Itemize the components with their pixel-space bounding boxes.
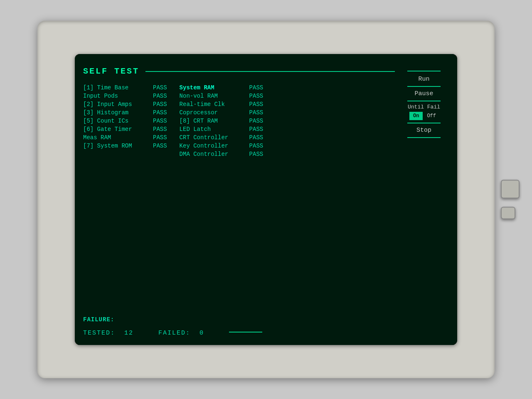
- test-row: DMA Controller PASS: [180, 151, 264, 158]
- test-row: [5] Count ICs PASS: [83, 118, 167, 124]
- test-name: Real-time Clk: [180, 101, 246, 108]
- test-name: Meas RAM: [83, 134, 150, 141]
- test-name: [2] Input Amps: [83, 101, 150, 108]
- test-status: PASS: [153, 84, 167, 91]
- test-name: CRT Controller: [180, 134, 246, 141]
- sidebar: Run Pause Until Fail On Off Stop: [399, 66, 449, 337]
- failed-stat: FAILED: 0: [158, 330, 204, 337]
- right-test-column: System RAM PASS Non-vol RAM PASS Real-ti…: [180, 84, 264, 306]
- test-status: PASS: [153, 126, 167, 133]
- title-line: [145, 71, 395, 72]
- hardware-buttons: [501, 180, 520, 219]
- test-status: PASS: [153, 143, 167, 149]
- test-name: [8] CRT RAM: [180, 118, 246, 124]
- test-row: System RAM PASS: [180, 84, 264, 91]
- title-row: SELF TEST: [83, 66, 395, 76]
- test-status: PASS: [153, 101, 167, 108]
- test-name: Coprocessor: [180, 109, 246, 116]
- main-area: SELF TEST [1] Time Base PASS Input Pods …: [83, 66, 399, 337]
- test-status: PASS: [249, 126, 264, 133]
- test-row: Key Controller PASS: [180, 143, 264, 149]
- test-status: PASS: [249, 101, 264, 108]
- screen-content: SELF TEST [1] Time Base PASS Input Pods …: [75, 54, 457, 345]
- test-row: [1] Time Base PASS: [83, 84, 167, 91]
- run-button[interactable]: Run: [399, 75, 449, 84]
- test-row: [3] Histogram PASS: [83, 109, 167, 116]
- stop-button[interactable]: Stop: [399, 126, 449, 135]
- test-status: PASS: [249, 118, 264, 124]
- test-row: Meas RAM PASS: [83, 134, 167, 141]
- test-name: [6] Gate Timer: [83, 126, 150, 133]
- sidebar-divider-1: [407, 86, 441, 87]
- screen-bezel: SELF TEST [1] Time Base PASS Input Pods …: [75, 54, 457, 345]
- sidebar-divider-3: [407, 123, 441, 123]
- test-row: [6] Gate Timer PASS: [83, 126, 167, 133]
- on-off-row: On Off: [409, 112, 438, 120]
- test-status: PASS: [249, 143, 264, 149]
- test-name: LED Latch: [180, 126, 246, 133]
- until-fail-section: Until Fail On Off: [399, 104, 449, 120]
- sidebar-divider-2: [407, 101, 441, 101]
- until-fail-label: Until Fail: [408, 104, 440, 110]
- test-row: Input Pods PASS: [83, 93, 167, 99]
- off-button[interactable]: Off: [424, 112, 438, 120]
- test-row: [2] Input Amps PASS: [83, 101, 167, 108]
- test-name: [1] Time Base: [83, 84, 150, 91]
- test-status: PASS: [249, 109, 264, 116]
- test-status: PASS: [249, 151, 264, 158]
- test-name: [3] Histogram: [83, 109, 150, 116]
- hw-button-1[interactable]: [501, 180, 520, 199]
- left-test-column: [1] Time Base PASS Input Pods PASS [2] I…: [83, 84, 167, 306]
- test-row: [7] System ROM PASS: [83, 143, 167, 149]
- page-title: SELF TEST: [83, 66, 139, 76]
- hw-button-2[interactable]: [501, 207, 515, 219]
- test-name: Input Pods: [83, 93, 150, 99]
- on-button[interactable]: On: [409, 112, 423, 120]
- sidebar-top-line: [407, 71, 441, 71]
- test-name: Key Controller: [180, 143, 246, 149]
- tested-stat: TESTED: 12: [83, 330, 133, 337]
- test-row: Non-vol RAM PASS: [180, 93, 264, 99]
- test-status: PASS: [153, 118, 167, 124]
- test-name: [7] System ROM: [83, 143, 150, 149]
- test-status: PASS: [249, 84, 264, 91]
- bottom-stats: TESTED: 12 FAILED: 0: [83, 323, 395, 337]
- test-status: PASS: [249, 134, 264, 141]
- test-row: CRT Controller PASS: [180, 134, 264, 141]
- test-status: PASS: [153, 93, 167, 99]
- test-name: DMA Controller: [180, 151, 246, 158]
- test-row: Coprocessor PASS: [180, 109, 264, 116]
- test-status: PASS: [153, 109, 167, 116]
- test-row: LED Latch PASS: [180, 126, 264, 133]
- sidebar-divider-4: [407, 137, 441, 138]
- test-name: [5] Count ICs: [83, 118, 150, 124]
- pause-button[interactable]: Pause: [399, 89, 449, 98]
- test-status: PASS: [153, 134, 167, 141]
- device-frame: SELF TEST [1] Time Base PASS Input Pods …: [37, 21, 495, 378]
- test-row: Real-time Clk PASS: [180, 101, 264, 108]
- test-status: PASS: [249, 93, 264, 99]
- test-name: System RAM: [180, 84, 246, 91]
- failure-label: FAILURE:: [83, 316, 395, 323]
- test-name: Non-vol RAM: [180, 93, 246, 99]
- bottom-line: [229, 332, 262, 332]
- test-grid: [1] Time Base PASS Input Pods PASS [2] I…: [83, 84, 395, 306]
- test-row: [8] CRT RAM PASS: [180, 118, 264, 124]
